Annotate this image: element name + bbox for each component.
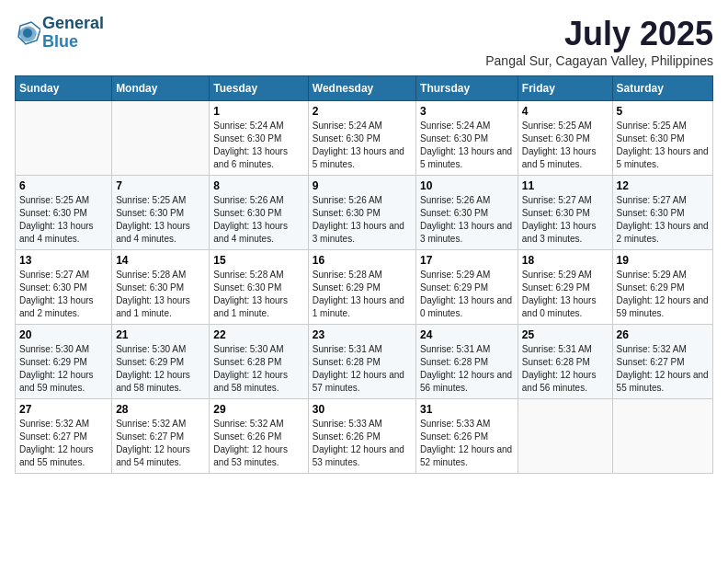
- calendar-cell: [16, 101, 112, 176]
- day-info: Sunrise: 5:26 AMSunset: 6:30 PMDaylight:…: [213, 194, 303, 246]
- day-info: Sunrise: 5:30 AMSunset: 6:29 PMDaylight:…: [116, 343, 205, 395]
- day-number: 9: [313, 179, 412, 192]
- day-number: 18: [522, 254, 609, 267]
- day-number: 27: [19, 403, 108, 416]
- calendar-week-row: 6Sunrise: 5:25 AMSunset: 6:30 PMDaylight…: [16, 176, 713, 250]
- calendar-cell: 22Sunrise: 5:30 AMSunset: 6:28 PMDayligh…: [210, 325, 308, 399]
- day-info: Sunrise: 5:28 AMSunset: 6:30 PMDaylight:…: [213, 269, 303, 320]
- day-number: 28: [116, 403, 205, 416]
- calendar-cell: 16Sunrise: 5:28 AMSunset: 6:29 PMDayligh…: [308, 250, 415, 325]
- calendar-cell: 28Sunrise: 5:32 AMSunset: 6:27 PMDayligh…: [112, 399, 210, 474]
- calendar-cell: 12Sunrise: 5:27 AMSunset: 6:30 PMDayligh…: [612, 176, 712, 250]
- day-number: 7: [116, 179, 205, 192]
- calendar-body: 1Sunrise: 5:24 AMSunset: 6:30 PMDaylight…: [16, 101, 713, 474]
- weekday-header-cell: Sunday: [16, 76, 112, 101]
- calendar-cell: 7Sunrise: 5:25 AMSunset: 6:30 PMDaylight…: [112, 176, 210, 250]
- calendar-cell: [518, 399, 612, 474]
- day-number: 17: [420, 254, 514, 267]
- day-number: 31: [420, 403, 514, 416]
- day-info: Sunrise: 5:26 AMSunset: 6:30 PMDaylight:…: [313, 194, 412, 246]
- day-number: 23: [313, 328, 412, 341]
- day-info: Sunrise: 5:30 AMSunset: 6:29 PMDaylight:…: [19, 343, 108, 395]
- calendar-week-row: 1Sunrise: 5:24 AMSunset: 6:30 PMDaylight…: [16, 101, 713, 176]
- calendar-cell: 11Sunrise: 5:27 AMSunset: 6:30 PMDayligh…: [518, 176, 612, 250]
- day-info: Sunrise: 5:33 AMSunset: 6:26 PMDaylight:…: [313, 418, 412, 469]
- day-number: 16: [313, 254, 412, 267]
- day-number: 21: [116, 328, 205, 341]
- calendar-cell: 21Sunrise: 5:30 AMSunset: 6:29 PMDayligh…: [112, 325, 210, 399]
- day-info: Sunrise: 5:27 AMSunset: 6:30 PMDaylight:…: [19, 269, 108, 320]
- day-info: Sunrise: 5:29 AMSunset: 6:29 PMDaylight:…: [420, 269, 514, 320]
- month-title: July 2025: [485, 15, 713, 53]
- day-number: 12: [617, 179, 709, 192]
- calendar-cell: 4Sunrise: 5:25 AMSunset: 6:30 PMDaylight…: [518, 101, 612, 176]
- day-info: Sunrise: 5:31 AMSunset: 6:28 PMDaylight:…: [420, 343, 514, 395]
- calendar-week-row: 20Sunrise: 5:30 AMSunset: 6:29 PMDayligh…: [16, 325, 713, 399]
- day-info: Sunrise: 5:32 AMSunset: 6:27 PMDaylight:…: [617, 343, 709, 395]
- calendar-cell: [112, 101, 210, 176]
- calendar-cell: 1Sunrise: 5:24 AMSunset: 6:30 PMDaylight…: [210, 101, 308, 176]
- day-info: Sunrise: 5:25 AMSunset: 6:30 PMDaylight:…: [522, 120, 609, 171]
- weekday-header-cell: Monday: [112, 76, 210, 101]
- calendar-cell: 8Sunrise: 5:26 AMSunset: 6:30 PMDaylight…: [210, 176, 308, 250]
- calendar-week-row: 13Sunrise: 5:27 AMSunset: 6:30 PMDayligh…: [16, 250, 713, 325]
- title-block: July 2025 Pangal Sur, Cagayan Valley, Ph…: [485, 15, 713, 68]
- day-number: 6: [19, 179, 108, 192]
- day-info: Sunrise: 5:29 AMSunset: 6:29 PMDaylight:…: [522, 269, 609, 320]
- svg-point-3: [23, 29, 32, 38]
- day-info: Sunrise: 5:24 AMSunset: 6:30 PMDaylight:…: [420, 120, 514, 171]
- day-number: 22: [213, 328, 303, 341]
- calendar-cell: 25Sunrise: 5:31 AMSunset: 6:28 PMDayligh…: [518, 325, 612, 399]
- calendar-cell: 9Sunrise: 5:26 AMSunset: 6:30 PMDaylight…: [308, 176, 415, 250]
- weekday-header-cell: Tuesday: [210, 76, 308, 101]
- day-info: Sunrise: 5:30 AMSunset: 6:28 PMDaylight:…: [213, 343, 303, 395]
- page-header: General Blue July 2025 Pangal Sur, Cagay…: [15, 15, 713, 68]
- calendar-cell: 6Sunrise: 5:25 AMSunset: 6:30 PMDaylight…: [16, 176, 112, 250]
- calendar-cell: 26Sunrise: 5:32 AMSunset: 6:27 PMDayligh…: [612, 325, 712, 399]
- calendar-cell: 13Sunrise: 5:27 AMSunset: 6:30 PMDayligh…: [16, 250, 112, 325]
- day-number: 26: [617, 328, 709, 341]
- calendar-cell: 3Sunrise: 5:24 AMSunset: 6:30 PMDaylight…: [416, 101, 518, 176]
- day-info: Sunrise: 5:32 AMSunset: 6:26 PMDaylight:…: [213, 418, 303, 469]
- day-number: 29: [213, 403, 303, 416]
- calendar-cell: 29Sunrise: 5:32 AMSunset: 6:26 PMDayligh…: [210, 399, 308, 474]
- day-info: Sunrise: 5:31 AMSunset: 6:28 PMDaylight:…: [313, 343, 412, 395]
- day-info: Sunrise: 5:25 AMSunset: 6:30 PMDaylight:…: [617, 120, 709, 171]
- day-number: 19: [617, 254, 709, 267]
- logo-icon: [15, 20, 40, 46]
- weekday-header-cell: Wednesday: [308, 76, 415, 101]
- calendar-week-row: 27Sunrise: 5:32 AMSunset: 6:27 PMDayligh…: [16, 399, 713, 474]
- calendar-table: SundayMondayTuesdayWednesdayThursdayFrid…: [15, 75, 713, 474]
- logo-text-line2: Blue: [42, 33, 104, 52]
- day-info: Sunrise: 5:27 AMSunset: 6:30 PMDaylight:…: [617, 194, 709, 246]
- day-info: Sunrise: 5:27 AMSunset: 6:30 PMDaylight:…: [522, 194, 609, 246]
- calendar-cell: 2Sunrise: 5:24 AMSunset: 6:30 PMDaylight…: [308, 101, 415, 176]
- day-number: 2: [313, 105, 412, 118]
- day-info: Sunrise: 5:26 AMSunset: 6:30 PMDaylight:…: [420, 194, 514, 246]
- calendar-cell: 15Sunrise: 5:28 AMSunset: 6:30 PMDayligh…: [210, 250, 308, 325]
- day-info: Sunrise: 5:31 AMSunset: 6:28 PMDaylight:…: [522, 343, 609, 395]
- day-number: 24: [420, 328, 514, 341]
- weekday-header-cell: Thursday: [416, 76, 518, 101]
- day-info: Sunrise: 5:28 AMSunset: 6:29 PMDaylight:…: [313, 269, 412, 320]
- day-number: 15: [213, 254, 303, 267]
- day-info: Sunrise: 5:33 AMSunset: 6:26 PMDaylight:…: [420, 418, 514, 469]
- calendar-cell: 10Sunrise: 5:26 AMSunset: 6:30 PMDayligh…: [416, 176, 518, 250]
- logo-text-line1: General: [42, 15, 104, 33]
- calendar-cell: 17Sunrise: 5:29 AMSunset: 6:29 PMDayligh…: [416, 250, 518, 325]
- day-info: Sunrise: 5:32 AMSunset: 6:27 PMDaylight:…: [19, 418, 108, 469]
- day-number: 1: [213, 105, 303, 118]
- day-info: Sunrise: 5:24 AMSunset: 6:30 PMDaylight:…: [213, 120, 303, 171]
- day-number: 20: [19, 328, 108, 341]
- day-number: 10: [420, 179, 514, 192]
- day-info: Sunrise: 5:25 AMSunset: 6:30 PMDaylight:…: [116, 194, 205, 246]
- day-number: 30: [313, 403, 412, 416]
- day-number: 3: [420, 105, 514, 118]
- calendar-cell: 14Sunrise: 5:28 AMSunset: 6:30 PMDayligh…: [112, 250, 210, 325]
- day-number: 4: [522, 105, 609, 118]
- day-number: 25: [522, 328, 609, 341]
- calendar-cell: 20Sunrise: 5:30 AMSunset: 6:29 PMDayligh…: [16, 325, 112, 399]
- day-info: Sunrise: 5:28 AMSunset: 6:30 PMDaylight:…: [116, 269, 205, 320]
- calendar-cell: 18Sunrise: 5:29 AMSunset: 6:29 PMDayligh…: [518, 250, 612, 325]
- location-title: Pangal Sur, Cagayan Valley, Philippines: [485, 53, 713, 68]
